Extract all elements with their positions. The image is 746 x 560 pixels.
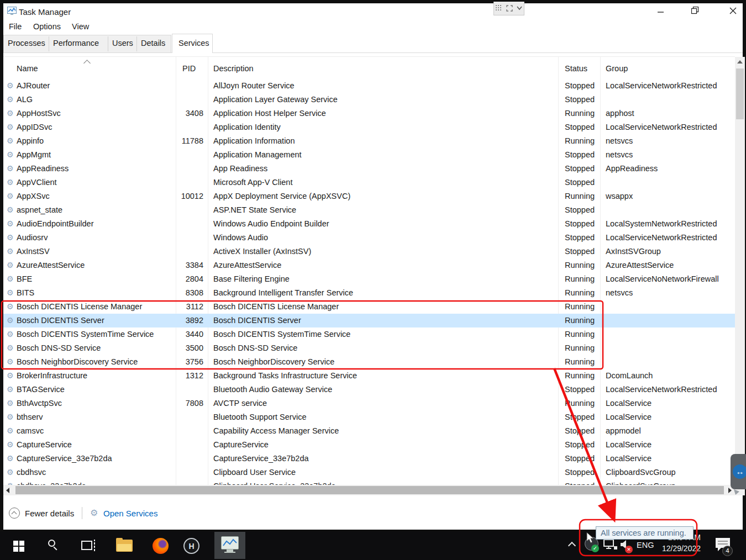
- tab-services[interactable]: Services: [172, 34, 213, 53]
- cell-name: bthserv: [17, 410, 43, 424]
- table-row[interactable]: ⚙AppIDSvcApplication IdentityStoppedLoca…: [3, 120, 735, 134]
- table-row[interactable]: ⚙bthservBluetooth Support ServiceStopped…: [3, 410, 735, 424]
- menu-options[interactable]: Options: [33, 22, 61, 31]
- table-row[interactable]: ⚙AJRouterAllJoyn Router ServiceStoppedLo…: [3, 79, 735, 93]
- cell-status: Running: [565, 286, 595, 300]
- table-row[interactable]: ⚙AudiosrvWindows AudioStoppedLocalServic…: [3, 231, 735, 245]
- services-list: ⚙AJRouterAllJoyn Router ServiceStoppedLo…: [3, 79, 735, 485]
- volume-muted-x-badge: ✕: [625, 546, 633, 553]
- minimize-button[interactable]: [653, 4, 669, 17]
- table-row[interactable]: ⚙Bosch DNS-SD Service3500Bosch DNS-SD Se…: [3, 341, 735, 355]
- cell-group: AzureAttestService: [606, 258, 674, 272]
- table-row[interactable]: ⚙ALGApplication Layer Gateway ServiceSto…: [3, 93, 735, 107]
- vertical-scrollbar-thumb[interactable]: [736, 68, 744, 119]
- notification-count-badge: 4: [722, 546, 733, 556]
- table-row[interactable]: ⚙BthAvctpSvc7808AVCTP serviceRunningLoca…: [3, 397, 735, 410]
- table-row[interactable]: ⚙BTAGServiceBluetooth Audio Gateway Serv…: [3, 383, 735, 397]
- menu-file[interactable]: File: [9, 22, 22, 31]
- cell-name: AxInstSV: [17, 245, 50, 258]
- cell-name: AppXSvc: [17, 189, 50, 203]
- table-row[interactable]: ⚙Bosch NeighborDiscovery Service3756Bosc…: [3, 355, 735, 369]
- cell-pid: 7808: [166, 397, 203, 410]
- cell-name: cbdhsvc: [17, 466, 46, 479]
- tab-users[interactable]: Users: [112, 39, 133, 47]
- table-row[interactable]: ⚙cbdhsvcClipboard User ServiceStoppedCli…: [3, 466, 735, 479]
- task-view-icon[interactable]: [81, 541, 92, 550]
- cell-description: App Readiness: [213, 162, 267, 176]
- menu-view[interactable]: View: [72, 22, 89, 31]
- fewer-details-button[interactable]: Fewer details: [25, 509, 74, 518]
- table-row[interactable]: ⚙Bosch DICENTIS License Manager3112Bosch…: [3, 300, 735, 314]
- cell-description: Clipboard User Service: [213, 466, 296, 479]
- network-tray-icon[interactable]: [603, 539, 618, 551]
- firefox-icon[interactable]: [153, 538, 169, 554]
- restore-button[interactable]: [687, 4, 703, 17]
- horizontal-scrollbar-thumb[interactable]: [15, 486, 724, 494]
- open-services-link[interactable]: Open Services: [103, 509, 157, 518]
- table-row[interactable]: ⚙AppReadinessApp ReadinessStoppedAppRead…: [3, 162, 735, 176]
- cell-name: Bosch NeighborDiscovery Service: [17, 355, 138, 369]
- tab-details[interactable]: Details: [141, 39, 165, 47]
- table-row[interactable]: ⚙cbdhsvc_33e7b2daClipboard User Service_…: [3, 479, 735, 485]
- table-row[interactable]: ⚙Bosch DICENTIS Server3892Bosch DICENTIS…: [3, 314, 735, 327]
- table-row[interactable]: ⚙CaptureServiceCaptureServiceStoppedLoca…: [3, 438, 735, 452]
- bosch-app-icon[interactable]: H: [183, 538, 199, 554]
- cell-description: Bosch DNS-SD Service: [213, 341, 297, 355]
- table-row[interactable]: ⚙AppVClientMicrosoft App-V ClientStopped: [3, 176, 735, 189]
- cell-name: Bosch DNS-SD Service: [17, 341, 101, 355]
- table-row[interactable]: ⚙AxInstSVActiveX Installer (AxInstSV)Sto…: [3, 245, 735, 258]
- cell-group: appmodel: [606, 424, 641, 438]
- table-row[interactable]: ⚙AzureAttestService3384AzureAttestServic…: [3, 258, 735, 272]
- column-header-description[interactable]: Description: [213, 64, 254, 73]
- cell-name: Bosch DICENTIS SystemTime Service: [17, 327, 154, 341]
- cell-group: netsvcs: [606, 134, 633, 148]
- cell-status: Stopped: [565, 410, 595, 424]
- cell-group: AxInstSVGroup: [606, 245, 661, 258]
- table-row[interactable]: ⚙BITS8308Background Intelligent Transfer…: [3, 286, 735, 300]
- tab-processes[interactable]: Processes: [8, 39, 45, 47]
- cell-group: netsvcs: [606, 148, 633, 162]
- scroll-right-icon[interactable]: [728, 488, 732, 493]
- service-gear-icon: ⚙: [7, 107, 14, 120]
- service-gear-icon: ⚙: [7, 341, 14, 355]
- fewer-details-chevron-icon[interactable]: [9, 508, 20, 519]
- vertical-scrollbar[interactable]: [735, 57, 745, 485]
- cell-name: BrokerInfrastructure: [17, 369, 87, 383]
- cell-name: CaptureService_33e7b2da: [17, 452, 112, 466]
- cell-group: ClipboardSvcGroup: [606, 466, 676, 479]
- table-row[interactable]: ⚙Appinfo11788Application InformationRunn…: [3, 134, 735, 148]
- column-header-status[interactable]: Status: [565, 64, 587, 73]
- cell-description: AVCTP service: [213, 397, 267, 410]
- cell-description: Bosch DICENTIS License Manager: [213, 300, 339, 314]
- table-row[interactable]: ⚙BFE2804Base Filtering EngineRunningLoca…: [3, 272, 735, 286]
- tab-services-label: Services: [178, 39, 209, 47]
- table-row[interactable]: ⚙aspnet_stateASP.NET State ServiceStoppe…: [3, 203, 735, 217]
- table-row[interactable]: ⚙AppMgmtApplication ManagementStoppednet…: [3, 148, 735, 162]
- table-row[interactable]: ⚙AudioEndpointBuilderWindows Audio Endpo…: [3, 217, 735, 231]
- cell-status: Stopped: [565, 217, 595, 231]
- table-row[interactable]: ⚙AppHostSvc3408Application Host Helper S…: [3, 107, 735, 120]
- scroll-up-icon[interactable]: [737, 60, 743, 64]
- table-row[interactable]: ⚙CaptureService_33e7b2daCaptureService_3…: [3, 452, 735, 466]
- table-row[interactable]: ⚙AppXSvc10012AppX Deployment Service (Ap…: [3, 189, 735, 203]
- open-services-gear-icon: ⚙: [90, 508, 98, 518]
- table-row[interactable]: ⚙Bosch DICENTIS SystemTime Service3440Bo…: [3, 327, 735, 341]
- column-header-name[interactable]: Name: [17, 64, 38, 73]
- table-row[interactable]: ⚙BrokerInfrastructure1312Background Task…: [3, 369, 735, 383]
- column-header-group[interactable]: Group: [606, 64, 628, 73]
- service-gear-icon: ⚙: [7, 203, 14, 217]
- table-row[interactable]: ⚙camsvcCapability Access Manager Service…: [3, 424, 735, 438]
- active-app-underline: [214, 557, 245, 559]
- close-button[interactable]: [724, 4, 741, 17]
- scroll-left-icon[interactable]: [6, 488, 9, 493]
- cell-status: Stopped: [565, 452, 595, 466]
- service-gear-icon: ⚙: [7, 272, 14, 286]
- search-icon[interactable]: [48, 540, 55, 547]
- column-header-pid[interactable]: PID: [182, 64, 196, 73]
- remote-session-toolbar[interactable]: [493, 2, 524, 15]
- start-button[interactable]: [13, 541, 24, 552]
- service-gear-icon: ⚙: [7, 93, 14, 107]
- task-manager-icon-base: [224, 552, 235, 553]
- cell-pid: 3500: [166, 341, 203, 355]
- tab-performance[interactable]: Performance: [53, 39, 99, 47]
